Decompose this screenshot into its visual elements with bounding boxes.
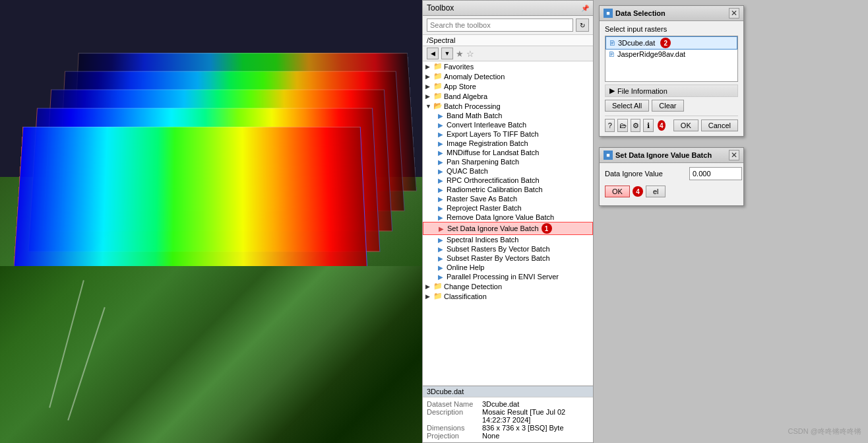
dataset-filename: 3Dcube.dat xyxy=(427,388,464,395)
tree-item-registration[interactable]: ▶ Image Registration Batch xyxy=(423,139,593,148)
tree-label: Band Algebra xyxy=(444,92,487,100)
tree-item-subsetvector[interactable]: ▶ Subset Rasters By Vector Batch xyxy=(423,244,593,254)
tree-label: Raster Save As Batch xyxy=(447,195,517,203)
batch-ok-button[interactable]: OK xyxy=(605,186,630,197)
expand-icon: ▶ xyxy=(425,83,432,90)
batch-dialog-icon: ■ xyxy=(604,151,613,160)
tool-icon: ▶ xyxy=(436,214,445,221)
tree-item-mndiffuse[interactable]: ▶ MNDiffuse for Landsat Batch xyxy=(423,148,593,157)
folder-open-icon: 📂 xyxy=(433,102,443,110)
batch-cancel-button[interactable]: el xyxy=(646,186,666,197)
badge-4: 4 xyxy=(633,186,643,197)
batch-close-button[interactable]: ✕ xyxy=(729,150,739,160)
watermark: CSDN @咚咚锵咚咚锵 xyxy=(788,426,861,436)
tree-item-bandmath[interactable]: ▶ Band Math Batch xyxy=(423,111,593,120)
folder-icon: 📁 xyxy=(433,82,443,90)
folder-icon: 📁 xyxy=(433,282,443,290)
tree-item-radiometric[interactable]: ▶ Radiometric Calibration Batch xyxy=(423,185,593,194)
select-all-button[interactable]: Select All xyxy=(605,100,649,112)
tree-item-favorites[interactable]: ▶ 📁 Favorites xyxy=(423,61,593,71)
toolbox-nav: ◀ ▼ ★ ☆ xyxy=(423,46,593,61)
folder-icon: 📁 xyxy=(433,72,443,81)
tree-item-pansharp[interactable]: ▶ Pan Sharpening Batch xyxy=(423,157,593,166)
tree-item-classification[interactable]: ▶ 📁 Classification xyxy=(423,291,593,301)
star-icon[interactable]: ★ xyxy=(456,49,464,59)
tree-label: App Store xyxy=(444,83,476,90)
toolbox-search-bar: ↻ xyxy=(423,16,593,35)
tree-item-appstore[interactable]: ▶ 📁 App Store xyxy=(423,81,593,91)
tree-item-removeignore[interactable]: ▶ Remove Data Ignore Value Batch xyxy=(423,213,593,222)
folder-icon-button[interactable]: 🗁 xyxy=(617,119,627,132)
tree-item-onlinehelp[interactable]: ▶ Online Help xyxy=(423,263,593,272)
tree-item-spectralindices[interactable]: ▶ Spectral Indices Batch xyxy=(423,235,593,244)
ignore-value-input[interactable] xyxy=(689,167,742,180)
expand-icon: ▶ xyxy=(425,93,432,100)
tool-icon: ▶ xyxy=(436,264,445,271)
nav-forward-button[interactable]: ▼ xyxy=(441,48,453,59)
batch-dialog-content: Data Ignore Value OK 4 el xyxy=(600,163,743,205)
tree-label: MNDiffuse for Landsat Batch xyxy=(447,149,539,156)
tree-label: Band Math Batch xyxy=(447,112,502,119)
settings-icon-button[interactable]: ⚙ xyxy=(631,119,640,132)
tree-item-interleave[interactable]: ▶ Convert Interleave Batch xyxy=(423,120,593,129)
tool-icon: ▶ xyxy=(436,112,445,119)
tool-icon: ▶ xyxy=(436,236,445,244)
tree-label: Export Layers To TIFF Batch xyxy=(447,130,539,138)
info-row-dimensions: Dimensions 836 x 736 x 3 [BSQ] Byte xyxy=(427,424,589,432)
data-selection-content: Select input rasters 🖹 3Dcube.dat 2 🖹 Ja… xyxy=(600,21,743,136)
ok-button[interactable]: OK xyxy=(673,119,698,131)
tree-item-reproject[interactable]: ▶ Reproject Raster Batch xyxy=(423,203,593,213)
tree-item-parallel[interactable]: ▶ Parallel Processing in ENVI Server xyxy=(423,272,593,281)
clear-button[interactable]: Clear xyxy=(652,100,683,112)
tree-item-batch[interactable]: ▼ 📂 Batch Processing xyxy=(423,101,593,111)
raster-item-3dcube[interactable]: 🖹 3Dcube.dat 2 xyxy=(605,36,737,50)
folder-icon: 📁 xyxy=(433,292,443,300)
info-row-projection: Projection None xyxy=(427,432,589,440)
pin-icon[interactable]: 📌 xyxy=(581,5,589,12)
tree-item-anomaly[interactable]: ▶ 📁 Anomaly Detection xyxy=(423,71,593,81)
tree-item-changedetect[interactable]: ▶ 📁 Change Detection xyxy=(423,281,593,291)
dataset-label: Dataset Name xyxy=(427,400,480,408)
expand-icon: ▶ xyxy=(425,293,432,300)
hyperspectral-overlay xyxy=(11,53,422,300)
file-info-section[interactable]: ▶ File Information xyxy=(605,85,738,97)
projection-label: Projection xyxy=(427,432,480,440)
tree-label: Anomaly Detection xyxy=(444,73,505,81)
tree-item-rastersave[interactable]: ▶ Raster Save As Batch xyxy=(423,194,593,203)
tool-icon: ▶ xyxy=(436,255,445,262)
select-clear-row: Select All Clear xyxy=(605,100,738,112)
info-icon-button[interactable]: ℹ xyxy=(643,119,653,132)
tree-item-subsetvectors[interactable]: ▶ Subset Raster By Vectors Batch xyxy=(423,254,593,263)
data-selection-titlebar: ■ Data Selection ✕ xyxy=(600,6,743,21)
tree-item-algebra[interactable]: ▶ 📁 Band Algebra xyxy=(423,91,593,101)
bottom-btn-row: ? 🗁 ⚙ ℹ 4 OK Cancel xyxy=(605,116,738,132)
tree-item-quac[interactable]: ▶ QUAC Batch xyxy=(423,166,593,176)
tree-label: Classification xyxy=(444,292,487,300)
cancel-button[interactable]: Cancel xyxy=(701,119,738,131)
dimensions-value: 836 x 736 x 3 [BSQ] Byte xyxy=(482,424,564,432)
help-icon-button[interactable]: ? xyxy=(605,119,615,132)
tree-item-export[interactable]: ▶ Export Layers To TIFF Batch xyxy=(423,129,593,139)
tool-icon: ▶ xyxy=(436,273,445,281)
batch-title: Set Data Ignore Value Batch xyxy=(615,151,712,159)
raster-item-jasper[interactable]: 🖹 JasperRidge98av.dat xyxy=(605,50,737,59)
tree-label: Radiometric Calibration Batch xyxy=(447,186,543,193)
expand-icon: ▼ xyxy=(425,103,432,110)
tree-label: Change Detection xyxy=(444,283,502,290)
close-button[interactable]: ✕ xyxy=(729,8,739,18)
toolbox-tree: ▶ 📁 Favorites ▶ 📁 Anomaly Detection ▶ 📁 … xyxy=(423,61,593,386)
search-input[interactable] xyxy=(427,18,573,32)
nav-back-button[interactable]: ◀ xyxy=(427,48,439,59)
tool-icon: ▶ xyxy=(436,140,445,147)
tool-icon: ▶ xyxy=(436,177,445,184)
tool-icon: ▶ xyxy=(436,149,445,156)
tree-item-rpc[interactable]: ▶ RPC Orthorectification Batch xyxy=(423,176,593,185)
star-outline-icon[interactable]: ☆ xyxy=(466,49,474,59)
tree-item-setignore[interactable]: ▶ Set Data Ignore Value Batch 1 xyxy=(423,222,593,235)
search-refresh-button[interactable]: ↻ xyxy=(576,18,589,32)
batch-dialog: ■ Set Data Ignore Value Batch ✕ Data Ign… xyxy=(599,147,744,206)
tree-label: Spectral Indices Batch xyxy=(447,236,518,244)
projection-value: None xyxy=(482,432,499,440)
tree-label: Reproject Raster Batch xyxy=(447,204,522,212)
tool-icon: ▶ xyxy=(436,186,445,193)
